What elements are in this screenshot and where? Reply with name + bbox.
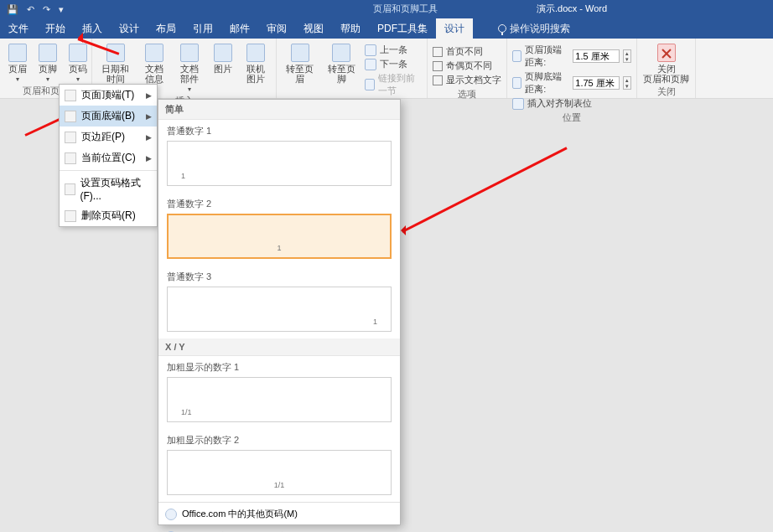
tab-design[interactable]: 设计 <box>111 18 148 39</box>
next-section-button[interactable]: 下一条 <box>365 58 422 70</box>
tab-help[interactable]: 帮助 <box>332 18 369 39</box>
link-previous-button[interactable]: 链接到前一节 <box>365 72 422 97</box>
gallery-item-plain-3[interactable]: 普通数字 3 1 <box>158 266 400 338</box>
checkbox-icon <box>433 61 443 71</box>
format-icon <box>65 183 75 195</box>
gallery-save-selection[interactable]: 将所选内容另存为页码(底端)(S) <box>158 525 400 532</box>
link-icon <box>365 79 375 90</box>
group-close: 关闭 页眉和页脚 关闭 <box>637 39 696 98</box>
picture-icon <box>214 44 232 62</box>
header-icon <box>8 44 27 62</box>
menu-page-margins[interactable]: 页边距(P)▶ <box>60 127 157 147</box>
document-title: 演示.docx - Word <box>537 3 607 15</box>
goto-header-icon <box>291 44 309 62</box>
tab-insert[interactable]: 插入 <box>74 18 111 39</box>
show-doc-text-checkbox[interactable]: 显示文档文字 <box>433 74 501 86</box>
spinner-buttons[interactable]: ▴▾ <box>623 49 631 63</box>
group-label: 选项 <box>433 88 501 101</box>
goto-header-button[interactable]: 转至页眉 <box>282 42 319 85</box>
gallery-item-bold-2[interactable]: 加粗显示的数字 2 1/1 <box>158 429 400 502</box>
checkbox-icon <box>433 75 443 85</box>
tab-references[interactable]: 引用 <box>184 18 221 39</box>
next-icon <box>365 59 376 70</box>
chevron-down-icon: ▾ <box>46 75 49 83</box>
tab-header-footer-design[interactable]: 设计 <box>436 18 473 39</box>
qat-more-icon[interactable]: ▾ <box>59 4 64 15</box>
tell-me-search[interactable]: 操作说明搜索 <box>498 22 570 36</box>
page-bottom-icon <box>65 111 76 122</box>
gallery-item-bold-1[interactable]: 加粗显示的数字 1 1/1 <box>158 356 400 429</box>
menu-separator <box>60 170 157 171</box>
goto-footer-button[interactable]: 转至页脚 <box>324 42 361 85</box>
close-icon <box>657 44 676 62</box>
submenu-arrow-icon: ▶ <box>146 112 152 121</box>
group-label: 关闭 <box>642 85 690 98</box>
group-navigation: 转至页眉 转至页脚 上一条 下一条 链接到前一节 导航 <box>277 39 428 98</box>
ribbon-tab-bar: 文件 开始 插入 设计 布局 引用 邮件 审阅 视图 帮助 PDF工具集 设计 … <box>0 18 773 39</box>
save-icon[interactable]: 💾 <box>7 4 18 15</box>
quick-access-toolbar: 💾 ↶ ↷ ▾ <box>0 4 70 15</box>
page-margins-icon <box>65 132 76 143</box>
menu-format-page-numbers[interactable]: 设置页码格式(F)... <box>60 173 157 205</box>
page-top-icon <box>65 90 76 101</box>
gallery-preview: 1 <box>167 141 392 186</box>
tab-mailings[interactable]: 邮件 <box>221 18 258 39</box>
title-bar: 💾 ↶ ↷ ▾ 页眉和页脚工具 演示.docx - Word <box>0 0 773 18</box>
tell-me-label: 操作说明搜索 <box>510 22 570 36</box>
online-picture-button[interactable]: 联机图片 <box>241 42 271 85</box>
doc-info-icon <box>145 44 163 62</box>
page-number-button[interactable]: 页码▾ <box>65 42 91 85</box>
gallery-preview: 1/1 <box>167 377 392 422</box>
header-top-label: 页眉顶端距离: <box>525 44 569 69</box>
submenu-arrow-icon: ▶ <box>146 133 152 142</box>
online-picture-icon <box>246 44 265 62</box>
group-options: 首页不同 奇偶页不同 显示文档文字 选项 <box>428 39 507 98</box>
current-position-icon <box>65 152 76 164</box>
close-header-footer-button[interactable]: 关闭 页眉和页脚 <box>640 42 693 85</box>
header-top-input[interactable] <box>573 49 620 63</box>
tab-layout[interactable]: 布局 <box>148 18 184 39</box>
gallery-preview: 1 <box>167 214 392 259</box>
insert-align-tab-button[interactable]: 插入对齐制表位 <box>512 97 631 110</box>
prev-section-button[interactable]: 上一条 <box>365 44 422 56</box>
tab-view[interactable]: 视图 <box>295 18 332 39</box>
quick-parts-icon <box>180 44 199 62</box>
bulb-icon <box>498 24 506 33</box>
different-odd-even-checkbox[interactable]: 奇偶页不同 <box>433 59 501 72</box>
quick-parts-button[interactable]: 文档部件▾ <box>174 42 205 95</box>
goto-footer-icon <box>332 44 350 62</box>
page-number-icon <box>69 44 87 62</box>
menu-page-bottom[interactable]: 页面底端(B)▶ <box>60 106 157 127</box>
footer-button[interactable]: 页脚▾ <box>35 42 60 85</box>
context-tool-title: 页眉和页脚工具 <box>373 3 438 15</box>
gallery-item-plain-2[interactable]: 普通数字 2 1 <box>158 193 400 266</box>
page-number-bottom-gallery: 简单 普通数字 1 1 普通数字 2 1 普通数字 3 1 X / Y 加粗显示… <box>158 99 401 525</box>
gallery-section-simple: 简单 <box>158 100 400 120</box>
tab-home[interactable]: 开始 <box>37 18 74 39</box>
menu-remove-page-numbers[interactable]: 删除页码(R) <box>60 205 157 226</box>
spinner-buttons[interactable]: ▴▾ <box>623 76 631 90</box>
menu-current-position[interactable]: 当前位置(C)▶ <box>60 147 157 168</box>
header-button[interactable]: 页眉▾ <box>5 42 30 85</box>
footer-bottom-label: 页脚底端距离: <box>525 70 569 96</box>
gallery-preview: 1/1 <box>167 450 392 495</box>
gallery-footer: Office.com 中的其他页码(M) 将所选内容另存为页码(底端)(S) <box>158 502 400 532</box>
redo-icon[interactable]: ↷ <box>43 4 50 15</box>
chevron-down-icon: ▾ <box>188 85 191 93</box>
footer-bottom-input[interactable] <box>573 76 620 90</box>
gallery-more-office[interactable]: Office.com 中的其他页码(M) <box>158 503 400 525</box>
group-label: 位置 <box>512 111 631 124</box>
submenu-arrow-icon: ▶ <box>146 91 152 100</box>
menu-page-top[interactable]: 页面顶端(T)▶ <box>60 85 157 106</box>
gallery-item-plain-1[interactable]: 普通数字 1 1 <box>158 120 400 193</box>
different-first-page-checkbox[interactable]: 首页不同 <box>433 45 501 58</box>
picture-button[interactable]: 图片 <box>210 42 236 75</box>
tab-review[interactable]: 审阅 <box>258 18 295 39</box>
calendar-icon <box>106 44 125 62</box>
date-time-button[interactable]: 日期和时间 <box>97 42 134 85</box>
undo-icon[interactable]: ↶ <box>27 4 34 15</box>
top-distance-icon <box>512 50 521 62</box>
tab-pdf-tools[interactable]: PDF工具集 <box>369 18 436 39</box>
chevron-down-icon: ▾ <box>76 75 80 83</box>
tab-file[interactable]: 文件 <box>0 18 37 39</box>
